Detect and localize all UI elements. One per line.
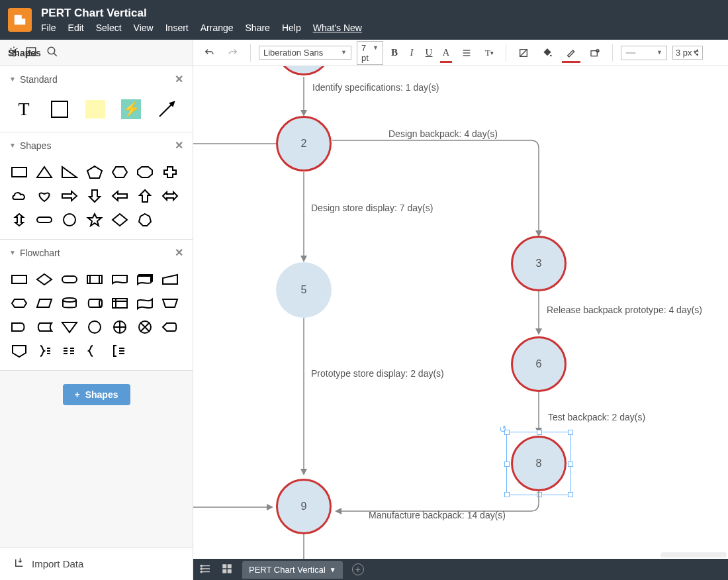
flowchart-manual-input[interactable]	[159, 269, 181, 289]
outline-view-icon[interactable]	[200, 563, 212, 577]
shape-right-triangle[interactable]	[58, 162, 81, 182]
flowchart-or[interactable]	[109, 317, 131, 337]
bold-button[interactable]: B	[388, 44, 400, 61]
flowchart-decision[interactable]	[33, 269, 56, 289]
search-icon[interactable]	[46, 46, 58, 60]
flowchart-terminator[interactable]	[58, 269, 81, 289]
panel-flowchart-header[interactable]: ▼ Flowchart ✕	[0, 240, 193, 266]
close-icon[interactable]: ✕	[175, 246, 183, 259]
menu-share[interactable]: Share	[246, 23, 270, 33]
font-size-select[interactable]: 7 pt	[357, 41, 383, 65]
close-icon[interactable]: ✕	[175, 73, 183, 85]
node-5[interactable]: 5	[276, 262, 332, 318]
flowchart-off-page[interactable]	[8, 341, 30, 361]
text-color-button[interactable]: A	[440, 44, 452, 61]
menu-file[interactable]: File	[41, 23, 56, 33]
shape-polystar[interactable]	[134, 210, 156, 230]
flowchart-manual-operation[interactable]	[159, 293, 181, 313]
node-1[interactable]	[276, 66, 332, 75]
menu-select[interactable]: Select	[96, 23, 122, 33]
node-9[interactable]: 9	[276, 479, 332, 534]
flowchart-stored-data[interactable]	[33, 317, 56, 337]
shape-circle[interactable]	[58, 210, 81, 230]
flowchart-display[interactable]	[159, 317, 181, 337]
text-format-button[interactable]: T▾	[481, 45, 498, 61]
resize-handle-e[interactable]	[568, 461, 573, 467]
shape-options-button[interactable]	[586, 45, 604, 61]
document-title[interactable]: PERT Chart Vertical	[41, 7, 362, 20]
panel-standard-header[interactable]: ▼ Standard ✕	[0, 66, 193, 92]
spinner-icon[interactable]: ▲▼	[695, 48, 700, 58]
resize-handle-ne[interactable]	[568, 430, 573, 435]
shape-arrow-updown[interactable]	[8, 210, 30, 230]
shape-note[interactable]	[79, 96, 111, 122]
flowchart-document[interactable]	[109, 269, 131, 289]
resize-handle-n[interactable]	[537, 430, 542, 435]
shape-octagon[interactable]	[134, 162, 156, 182]
redo-button[interactable]	[224, 45, 242, 61]
shape-hexagon[interactable]	[109, 162, 131, 182]
shape-pill[interactable]	[33, 210, 56, 230]
shape-star[interactable]	[83, 210, 106, 230]
align-button[interactable]	[457, 45, 476, 61]
undo-button[interactable]	[200, 45, 218, 61]
shape-arrow-leftright[interactable]	[159, 186, 181, 206]
panel-shapes-header[interactable]: ▼ Shapes ✕	[0, 132, 193, 158]
flowchart-database[interactable]	[58, 293, 81, 313]
shape-pentagon[interactable]	[83, 162, 106, 182]
flowchart-brace-left[interactable]	[83, 341, 106, 361]
flowchart-multidoc[interactable]	[134, 269, 156, 289]
menu-view[interactable]: View	[134, 23, 154, 33]
shape-rectangle[interactable]	[8, 162, 30, 182]
menu-whats-new[interactable]: What's New	[313, 23, 362, 33]
resize-handle-w[interactable]	[504, 461, 510, 467]
menu-edit[interactable]: Edit	[68, 23, 84, 33]
add-page-button[interactable]: +	[352, 563, 364, 575]
flowchart-brace-right[interactable]	[33, 341, 56, 361]
import-data-button[interactable]: Import Data	[0, 547, 193, 580]
grid-view-icon[interactable]	[221, 563, 233, 577]
menu-arrange[interactable]: Arrange	[201, 23, 234, 33]
flowchart-data[interactable]	[33, 293, 56, 313]
page-tab[interactable]: PERT Chart Vertical ▼	[242, 561, 343, 579]
flowchart-process[interactable]	[8, 269, 30, 289]
flowchart-direct-data[interactable]	[83, 293, 106, 313]
flowchart-summing[interactable]	[134, 317, 156, 337]
font-select[interactable]: Liberation Sans	[259, 46, 351, 60]
shape-block[interactable]	[44, 96, 75, 122]
line-style-select[interactable]	[621, 46, 667, 60]
flowchart-merge[interactable]	[58, 317, 81, 337]
shape-line[interactable]	[151, 96, 183, 122]
node-6[interactable]: 6	[511, 336, 567, 392]
diagram-canvas[interactable]: Identify specifications: 1 day(s) 2 Desi…	[193, 66, 728, 559]
stroke-width-select[interactable]: 3 px▲▼	[672, 46, 703, 60]
underline-button[interactable]: U	[423, 44, 435, 61]
flowchart-predefined[interactable]	[83, 269, 106, 289]
shape-arrow-up[interactable]	[134, 186, 156, 206]
rotate-handle-icon[interactable]: ↺	[499, 424, 507, 434]
flowchart-note-lines[interactable]	[58, 341, 81, 361]
horizontal-scrollbar[interactable]	[660, 552, 727, 557]
shape-cross[interactable]	[159, 162, 181, 182]
flowchart-internal-storage[interactable]	[109, 293, 131, 313]
shape-arrow-left[interactable]	[109, 186, 131, 206]
shape-cloud[interactable]	[8, 186, 30, 206]
node-2[interactable]: 2	[276, 116, 332, 171]
fill-button[interactable]	[538, 45, 557, 61]
close-icon[interactable]: ✕	[175, 139, 183, 152]
shape-arrow-down[interactable]	[83, 186, 106, 206]
node-3[interactable]: 3	[511, 236, 567, 291]
flowchart-bracket-note[interactable]	[109, 341, 131, 361]
shape-triangle[interactable]	[33, 162, 56, 182]
flowchart-preparation[interactable]	[8, 293, 30, 313]
italic-button[interactable]: I	[406, 44, 418, 61]
flowchart-delay[interactable]	[8, 317, 30, 337]
menu-insert[interactable]: Insert	[165, 23, 189, 33]
shape-arrow-right[interactable]	[58, 186, 81, 206]
add-shapes-button[interactable]: + Shapes	[63, 384, 130, 405]
shape-diamond[interactable]	[109, 210, 131, 230]
shape-fill-none-button[interactable]	[514, 45, 533, 61]
flowchart-paper-tape[interactable]	[134, 293, 156, 313]
flowchart-connector[interactable]	[83, 317, 106, 337]
shape-hotspot[interactable]: ⚡	[115, 96, 147, 122]
